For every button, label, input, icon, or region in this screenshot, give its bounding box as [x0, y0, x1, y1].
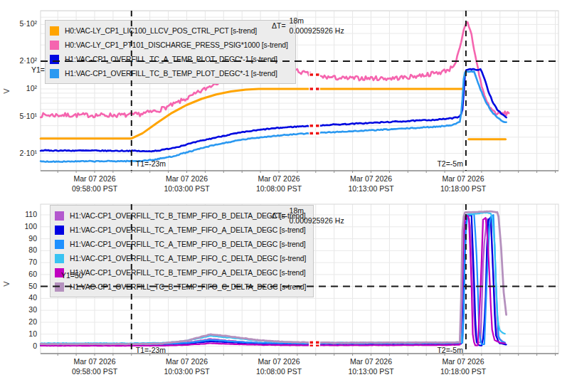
- legend-item[interactable]: H1:VAC-CP1_OVERFILL_TC_A_TEMP_FIFO_B_DEL…: [55, 237, 306, 251]
- legend-item-label: H1:VAC-CP1_OVERFILL_TC_A_TEMP_PLOT_DEGC*…: [65, 55, 277, 63]
- data-gap-marker: [316, 341, 319, 344]
- cursor-t2-label[interactable]: T2=-5m: [425, 346, 463, 354]
- y-tick-label: 20: [3, 317, 37, 326]
- x-tick-label: Mar 07 202610:18:00 PST: [430, 174, 496, 194]
- legend-swatch-icon: [55, 240, 64, 249]
- data-gap-marker: [310, 73, 314, 75]
- legend-item-label: H1:VAC-CP1_OVERFILL_TC_A_TEMP_FIFO_C_DEL…: [70, 255, 306, 263]
- y-tick-label: 2·10²: [3, 56, 37, 65]
- legend-item[interactable]: H1:VAC-CP1_OVERFILL_TC_B_TEMP_FIFO_B_DEL…: [55, 208, 306, 223]
- legend-item-label: H1:VAC-CP1_OVERFILL_TC_B_TEMP_PLOT_DEGC*…: [65, 70, 277, 78]
- legend-item-label: H1:VAC-CP1_OVERFILL_TC_B_TEMP_FIFO_B_DEL…: [70, 212, 306, 220]
- legend-swatch-icon: [50, 26, 59, 36]
- delta-t-frequency: 0.000925926 Hz: [290, 216, 344, 226]
- legend-item-label: H0:VAC-LY_CP1_PT101_DISCHARGE_PRESS_PSIG…: [65, 41, 288, 49]
- x-tick-label: Mar 07 202609:58:00 PST: [62, 357, 127, 376]
- y-tick-label: 40: [3, 293, 37, 302]
- y-tick-label: 10²: [3, 84, 37, 92]
- x-tick-label: Mar 07 202610:13:00 PST: [339, 357, 404, 376]
- legend-item[interactable]: H1:VAC-CP1_OVERFILL_TC_A_TEMP_FIFO_A_DEL…: [55, 223, 306, 237]
- x-tick-label: Mar 07 202610:13:00 PST: [339, 174, 404, 194]
- delta-t-label: ΔT=: [272, 211, 286, 220]
- delta-t-frequency: 0.000925926 Hz: [290, 26, 344, 36]
- legend-item[interactable]: H1:VAC-CP1_OVERFILL_TC_A_TEMP_PLOT_DEGC*…: [50, 52, 288, 66]
- legend-swatch-icon: [55, 226, 64, 235]
- x-tick-label: Mar 07 202610:18:00 PST: [430, 357, 496, 376]
- y-tick-label: 110: [3, 210, 37, 218]
- y-tick-label: 60: [3, 270, 37, 278]
- delta-t-duration: 18m: [290, 206, 344, 216]
- data-gap-marker: [316, 125, 319, 127]
- top-delta-t: ΔT= 18m 0.000925926 Hz: [272, 16, 344, 36]
- y-tick-label: 5·10¹: [3, 112, 37, 120]
- x-tick-label: Mar 07 202609:58:00 PST: [62, 174, 127, 194]
- y-tick-label: 100: [3, 222, 37, 231]
- y-tick-label: 70: [3, 258, 37, 266]
- data-gap-marker: [310, 125, 314, 127]
- legend-swatch-icon: [55, 211, 64, 221]
- y-tick-label: 10: [3, 329, 37, 338]
- cursor-t1-label[interactable]: T1=-23m: [136, 159, 166, 168]
- cursor-t1-label[interactable]: T1=-23m: [136, 346, 166, 354]
- y-tick-label: 0: [3, 341, 37, 350]
- legend-item-label: H0:VAC-LY_CP1_LIC100_LLCV_POS_CTRL_PCT […: [65, 27, 257, 35]
- bottom-y1-marker-label[interactable]: Y1=50: [61, 271, 83, 280]
- legend-swatch-icon: [55, 282, 64, 292]
- legend-swatch-icon: [55, 254, 64, 263]
- bottom-delta-t: ΔT= 18m 0.000925926 Hz: [272, 206, 344, 226]
- top-legend: H0:VAC-LY_CP1_LIC100_LLCV_POS_CTRL_PCT […: [45, 20, 296, 84]
- delta-t-label: ΔT=: [272, 21, 286, 30]
- data-gap-marker: [316, 88, 319, 90]
- legend-swatch-icon: [50, 55, 59, 64]
- y-tick-label: 30: [3, 305, 37, 314]
- legend-item[interactable]: H1:VAC-CP1_OVERFILL_TC_B_TEMP_FIFO_C_DEL…: [55, 280, 306, 294]
- x-tick-label: Mar 07 202610:03:00 PST: [154, 174, 220, 194]
- y-tick-label: 5·10²: [3, 19, 37, 28]
- delta-t-duration: 18m: [290, 16, 344, 26]
- legend-item[interactable]: H1:VAC-CP1_OVERFILL_TC_B_TEMP_FIFO_A_DEL…: [55, 265, 306, 280]
- legend-swatch-icon: [50, 41, 59, 50]
- data-gap-marker: [316, 132, 319, 134]
- legend-swatch-icon: [50, 69, 59, 78]
- x-tick-label: Mar 07 202610:08:00 PST: [246, 174, 312, 194]
- cursor-t2-label[interactable]: T2=-5m: [425, 159, 463, 168]
- x-tick-label: Mar 07 202610:08:00 PST: [246, 357, 312, 376]
- x-tick-label: Mar 07 202610:03:00 PST: [154, 357, 220, 376]
- data-gap-marker: [310, 88, 314, 90]
- legend-item[interactable]: H0:VAC-LY_CP1_LIC100_LLCV_POS_CTRL_PCT […: [50, 23, 288, 38]
- y-tick-label: 80: [3, 245, 37, 254]
- legend-item-label: H1:VAC-CP1_OVERFILL_TC_B_TEMP_FIFO_A_DEL…: [70, 269, 306, 277]
- legend-item[interactable]: H1:VAC-CP1_OVERFILL_TC_B_TEMP_PLOT_DEGC*…: [50, 66, 288, 80]
- legend-item-label: H1:VAC-CP1_OVERFILL_TC_B_TEMP_FIFO_C_DEL…: [70, 283, 306, 291]
- data-gap-marker: [310, 341, 314, 344]
- legend-item[interactable]: H0:VAC-LY_CP1_PT101_DISCHARGE_PRESS_PSIG…: [50, 38, 288, 52]
- y-tick-label: 2·10¹: [3, 149, 37, 157]
- legend-item-label: H1:VAC-CP1_OVERFILL_TC_A_TEMP_FIFO_A_DEL…: [70, 226, 306, 234]
- trend-viewer: V V H0:VAC-LY_CP1_LIC100_LLCV_POS_CTRL_P…: [0, 0, 572, 392]
- legend-item-label: H1:VAC-CP1_OVERFILL_TC_A_TEMP_FIFO_B_DEL…: [70, 240, 306, 248]
- data-gap-marker: [316, 73, 319, 75]
- y-tick-label: 50: [3, 282, 37, 290]
- y-tick-label: 90: [3, 234, 37, 243]
- data-gap-marker: [310, 132, 314, 134]
- legend-item[interactable]: H1:VAC-CP1_OVERFILL_TC_A_TEMP_FIFO_C_DEL…: [55, 251, 306, 265]
